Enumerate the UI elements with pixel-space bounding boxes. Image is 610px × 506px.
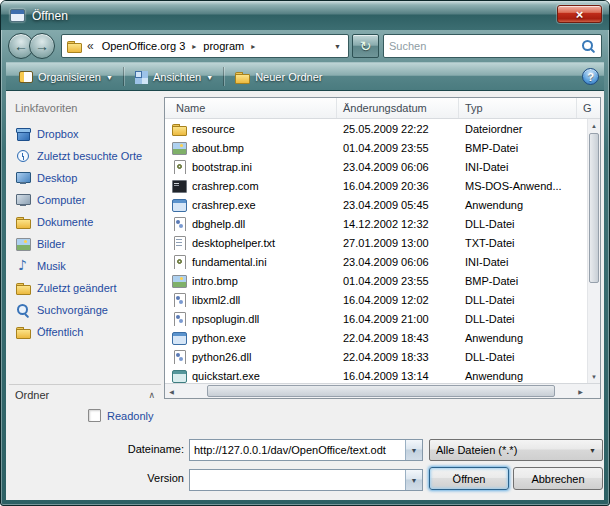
file-row[interactable]: libxml2.dll 16.04.2009 12:02 DLL-Datei xyxy=(165,290,587,309)
file-row[interactable]: about.bmp 01.04.2009 23:55 BMP-Datei xyxy=(165,138,587,157)
column-header[interactable]: Änderungsdatum xyxy=(337,98,459,118)
sidebar-item[interactable]: Zuletzt geändert xyxy=(9,277,161,299)
column-header[interactable]: Name xyxy=(165,98,337,118)
dll-icon xyxy=(171,217,187,231)
column-header[interactable]: G xyxy=(577,98,600,118)
sidebar-item-label: Musik xyxy=(37,260,66,272)
dropbox-icon xyxy=(15,127,31,141)
toolbar-separator xyxy=(123,67,124,86)
sidebar-item[interactable]: Suchvorgänge xyxy=(9,299,161,321)
breadcrumb-item[interactable]: OpenOffice.org 3 xyxy=(99,40,189,52)
breadcrumb[interactable]: « OpenOffice.org 3 ▸ program ▸ ▼ xyxy=(61,34,349,58)
search-icon[interactable] xyxy=(581,39,596,54)
sidebar-item[interactable]: Desktop xyxy=(9,167,161,189)
scrollbar-thumb[interactable] xyxy=(207,385,555,397)
sidebar-item[interactable]: Öffentlich xyxy=(9,321,161,343)
chevron-down-icon: ▼ xyxy=(411,477,418,484)
open-button[interactable]: Öffnen xyxy=(429,467,509,490)
readonly-checkbox[interactable] xyxy=(88,409,101,422)
scroll-up-icon[interactable]: ▲ xyxy=(588,119,600,132)
vertical-scrollbar[interactable]: ▲ ▼ xyxy=(587,119,600,383)
pictures-icon xyxy=(15,237,31,251)
breadcrumb-separator-icon[interactable]: ▸ xyxy=(249,42,257,51)
command-toolbar: Organisieren ▼ Ansichten ▼ Neuer Ordner … xyxy=(6,62,604,91)
window-title: Öffnen xyxy=(32,9,68,23)
views-button[interactable]: Ansichten ▼ xyxy=(126,65,221,89)
sidebar-item[interactable]: Dokumente xyxy=(9,211,161,233)
file-type: BMP-Datei xyxy=(459,275,577,287)
refresh-button[interactable]: ↻ xyxy=(352,34,379,58)
music-icon xyxy=(15,259,31,273)
breadcrumb-item[interactable]: program xyxy=(200,40,247,52)
file-modified-date: 23.04.2009 06:06 xyxy=(337,161,459,173)
file-row[interactable]: crashrep.com 16.04.2009 20:36 MS-DOS-Anw… xyxy=(165,176,587,195)
refresh-icon: ↻ xyxy=(360,39,372,53)
scroll-right-icon[interactable]: ▶ xyxy=(574,384,587,398)
scrollbar-corner xyxy=(587,384,600,398)
filetype-dropdown[interactable]: Alle Dateien (*.*) ▼ xyxy=(429,439,603,461)
scroll-left-icon[interactable]: ◀ xyxy=(165,384,178,398)
scrollbar-thumb[interactable] xyxy=(589,133,599,283)
search-input[interactable] xyxy=(389,40,581,52)
sidebar-items: Dropbox Zuletzt besuchte Orte Desktop xyxy=(9,123,161,343)
sidebar-item[interactable]: Bilder xyxy=(9,233,161,255)
file-row[interactable]: dbghelp.dll 14.12.2002 12:32 DLL-Datei xyxy=(165,214,587,233)
forward-button[interactable]: → xyxy=(29,33,55,59)
version-dropdown-button[interactable]: ▼ xyxy=(405,470,422,490)
new-folder-button[interactable]: Neuer Ordner xyxy=(226,65,330,89)
horizontal-scrollbar[interactable]: ◀ ▶ xyxy=(165,384,587,398)
column-headers: Name Änderungsdatum Typ G xyxy=(165,98,600,119)
file-type: DLL-Datei xyxy=(459,218,577,230)
file-row[interactable]: python.exe 22.04.2009 18:43 Anwendung xyxy=(165,328,587,347)
file-row[interactable]: quickstart.exe 16.04.2009 13:14 Anwendun… xyxy=(165,366,587,383)
recently-changed-icon xyxy=(15,281,31,295)
file-name: crashrep.com xyxy=(192,180,259,192)
filename-input[interactable] xyxy=(190,444,405,456)
file-name: libxml2.dll xyxy=(192,294,240,306)
dll-icon xyxy=(171,293,187,307)
version-input[interactable] xyxy=(190,474,405,486)
filetype-value: Alle Dateien (*.*) xyxy=(436,444,585,456)
file-row[interactable]: intro.bmp 01.04.2009 23:55 BMP-Datei xyxy=(165,271,587,290)
file-type: Anwendung xyxy=(459,199,577,211)
cancel-button[interactable]: Abbrechen xyxy=(513,467,603,490)
folders-expander[interactable]: Ordner ∧ xyxy=(9,384,161,401)
new-folder-icon xyxy=(234,70,250,84)
help-button[interactable]: ? xyxy=(582,68,599,85)
folder-icon xyxy=(171,122,187,136)
version-combobox[interactable]: ▼ xyxy=(189,469,423,491)
sidebar-item[interactable]: Dropbox xyxy=(9,123,161,145)
file-type: Anwendung xyxy=(459,370,577,382)
file-row[interactable]: fundamental.ini 23.04.2009 06:06 INI-Dat… xyxy=(165,252,587,271)
file-row[interactable]: crashrep.exe 23.04.2009 05:45 Anwendung xyxy=(165,195,587,214)
column-header[interactable]: Typ xyxy=(459,98,577,118)
breadcrumb-separator-icon[interactable]: ▸ xyxy=(190,42,198,51)
file-modified-date: 01.04.2009 23:55 xyxy=(337,275,459,287)
close-button[interactable]: × xyxy=(557,5,602,23)
scroll-down-icon[interactable]: ▼ xyxy=(588,370,600,383)
help-icon: ? xyxy=(587,71,594,83)
file-name: desktophelper.txt xyxy=(192,237,275,249)
breadcrumb-overflow-icon[interactable]: « xyxy=(85,39,96,53)
dll-icon xyxy=(171,350,187,364)
file-row[interactable]: resource 25.05.2009 22:22 Dateiordner xyxy=(165,119,587,138)
sidebar-item-label: Dropbox xyxy=(37,128,79,140)
sidebar-item[interactable]: Computer xyxy=(9,189,161,211)
file-type: Dateiordner xyxy=(459,123,577,135)
recent-places-icon xyxy=(15,149,31,163)
file-row[interactable]: npsoplugin.dll 16.04.2009 21:00 DLL-Date… xyxy=(165,309,587,328)
chevron-down-icon: ▼ xyxy=(106,73,113,81)
organize-button[interactable]: Organisieren ▼ xyxy=(11,65,121,89)
organize-label: Organisieren xyxy=(38,71,101,83)
text-icon xyxy=(171,236,187,250)
file-modified-date: 01.04.2009 23:55 xyxy=(337,142,459,154)
image-icon xyxy=(171,141,187,155)
filename-dropdown-button[interactable]: ▼ xyxy=(405,440,422,460)
file-row[interactable]: bootstrap.ini 23.04.2009 06:06 INI-Datei xyxy=(165,157,587,176)
breadcrumb-dropdown-icon[interactable]: ▼ xyxy=(331,43,344,50)
file-name: resource xyxy=(192,123,235,135)
file-row[interactable]: python26.dll 22.04.2009 18:33 DLL-Datei xyxy=(165,347,587,366)
sidebar-item[interactable]: Zuletzt besuchte Orte xyxy=(9,145,161,167)
file-row[interactable]: desktophelper.txt 27.01.2009 13:00 TXT-D… xyxy=(165,233,587,252)
sidebar-item[interactable]: Musik xyxy=(9,255,161,277)
